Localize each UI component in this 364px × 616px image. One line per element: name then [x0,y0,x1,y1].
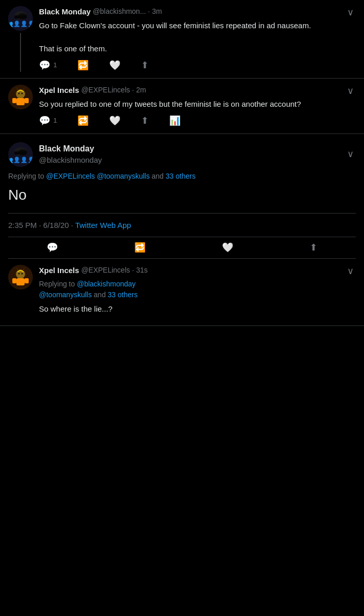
featured-reply-icon: 💬 [47,241,58,254]
avatar-col-1: 👥👤👤👤 [8,6,33,72]
share-btn-1[interactable]: ⬆ [141,59,149,72]
like-btn-1[interactable]: 🤍 [109,59,120,72]
svg-point-25 [22,273,23,275]
featured-retweet-icon: 🔁 [134,241,146,254]
analytics-icon-2: 📊 [169,114,180,127]
reply-link-toomanyskulls-2[interactable]: @toomanyskulls [39,291,92,299]
featured-tweet-menu[interactable]: ∨ [345,148,356,161]
featured-like-btn[interactable]: 🤍 [222,241,233,254]
tweet-text-1: Go to Fake Clown's account - you will se… [39,20,356,55]
avatar-xpel-1[interactable] [8,85,33,109]
display-name-3: Xpel Incels [39,265,79,276]
tweet-text-3: So where is the lie...? [39,303,356,315]
username-3: @EXPELincels [81,265,130,276]
featured-tweet-actions: 💬 🔁 🤍 ⬆ [8,237,356,259]
replying-to-3: Replying to @blackishmonday@toomanyskull… [39,279,356,300]
featured-tweet: 👥👤👤👤 Black Monday @blackishmonday ∨ Repl… [0,134,364,259]
reply-btn-1[interactable]: 💬 1 [39,59,57,72]
tweet-thread: 👥👤👤👤 Black Monday @blackishmon... · 3m ∨… [0,0,364,326]
bm-avatar-svg-2: 👥👤👤👤 [8,142,33,167]
reply-link-toomanyskulls[interactable]: @toomanyskulls [97,172,150,180]
tweet-actions-2: 💬 1 🔁 🤍 ⬆ 📊 [39,114,356,127]
reply-link-others[interactable]: 33 others [166,172,195,180]
svg-rect-7 [16,98,25,105]
share-btn-2[interactable]: ⬆ [141,114,149,127]
tweet-content-1: Black Monday @blackishmon... · 3m ∨ Go t… [39,6,356,72]
featured-tweet-text: No [8,185,356,205]
svg-rect-9 [25,98,29,103]
xpel-avatar-svg-2 [8,265,33,290]
tweet-user-info-1: Black Monday @blackishmon... · 3m [39,6,162,17]
tweet-actions-1: 💬 1 🔁 🤍 ⬆ [39,59,356,72]
avatar-col-2 [8,85,33,127]
thread-line-1 [20,33,21,72]
avatar-col-3 [8,265,33,319]
tweet-content-3: Xpel Incels @EXPELincels · 31s ∨ Replyin… [39,265,356,319]
tweet-2: Xpel Incels @EXPELincels · 2m ∨ So you r… [0,79,364,134]
tweet-1: 👥👤👤👤 Black Monday @blackishmon... · 3m ∨… [0,0,364,79]
tweet-menu-2[interactable]: ∨ [345,85,356,98]
username-2: @EXPELincels [81,85,130,95]
svg-point-11 [22,92,23,94]
tweet-header-2: Xpel Incels @EXPELincels · 2m ∨ [39,85,356,98]
svg-rect-23 [25,278,29,283]
reply-btn-2[interactable]: 💬 1 [39,114,57,127]
reply-count-2: 1 [53,116,57,125]
username-1: @blackishmon... [93,7,146,17]
svg-rect-22 [12,278,16,283]
xpel-avatar-svg [8,85,33,109]
retweet-icon-2: 🔁 [77,114,89,127]
avatar-blackmonday-1[interactable]: 👥👤👤👤 [8,6,33,31]
tweet-menu-3[interactable]: ∨ [345,265,356,278]
svg-text:👥👤👤👤: 👥👤👤👤 [8,156,33,163]
display-name-2: Xpel Incels [39,85,79,95]
retweet-btn-2[interactable]: 🔁 [77,114,89,127]
avatar-xpel-2[interactable] [8,265,33,290]
svg-rect-17 [14,151,27,155]
reply-count-1: 1 [53,61,57,70]
like-icon-2: 🤍 [109,114,120,127]
svg-point-24 [18,273,20,275]
reply-link-others-2[interactable]: 33 others [108,291,137,299]
like-icon-1: 🤍 [109,59,120,72]
retweet-btn-1[interactable]: 🔁 [77,59,89,72]
like-btn-2[interactable]: 🤍 [109,114,120,127]
featured-retweet-btn[interactable]: 🔁 [134,241,146,254]
tweet-menu-1[interactable]: ∨ [345,6,356,19]
reply-link-expel[interactable]: @EXPELincels [46,172,95,180]
featured-user-block: Black Monday @blackishmonday [39,143,345,165]
tweet-content-2: Xpel Incels @EXPELincels · 2m ∨ So you r… [39,85,356,127]
tweet-meta: 2:35 PM · 6/18/20 · Twitter Web App [8,213,356,237]
time-3: 31s [136,265,148,276]
time-1: 3m [152,7,161,17]
tweet-header-3: Xpel Incels @EXPELincels · 31s ∨ [39,265,356,278]
avatar-blackmonday-2[interactable]: 👥👤👤👤 [8,142,33,167]
tweet-header-1: Black Monday @blackishmon... · 3m ∨ [39,6,356,19]
tweet-timestamp: 2:35 PM · 6/18/20 [8,221,69,229]
featured-username: @blackishmonday [39,155,345,165]
replying-to: Replying to @EXPELincels @toomanyskulls … [8,171,356,182]
svg-text:👥👤👤👤: 👥👤👤👤 [8,20,33,27]
featured-reply-btn[interactable]: 💬 [47,241,58,254]
featured-share-btn[interactable]: ⬆ [310,241,317,254]
analytics-btn-2[interactable]: 📊 [169,114,180,127]
tweet-3: Xpel Incels @EXPELincels · 31s ∨ Replyin… [0,259,364,326]
share-icon-2: ⬆ [141,114,149,127]
svg-rect-21 [16,278,25,285]
reply-link-bm[interactable]: @blackishmonday [77,280,136,288]
tweet-source[interactable]: Twitter Web App [75,221,131,229]
featured-like-icon: 🤍 [222,241,233,254]
featured-display-name: Black Monday [39,143,345,155]
svg-rect-8 [12,98,16,103]
tweet-user-info-2: Xpel Incels @EXPELincels · 2m [39,85,146,95]
tweet-user-info-3: Xpel Incels @EXPELincels · 31s [39,265,148,276]
reply-icon-2: 💬 [39,114,50,127]
featured-share-icon: ⬆ [310,241,317,254]
svg-rect-3 [14,15,27,18]
reply-icon-1: 💬 [39,59,50,72]
bm-avatar-svg: 👥👤👤👤 [8,6,33,31]
share-icon-1: ⬆ [141,59,149,72]
svg-point-10 [18,92,20,94]
tweet-text-2: So you replied to one of my tweets but t… [39,99,356,110]
time-2: 2m [136,85,146,95]
